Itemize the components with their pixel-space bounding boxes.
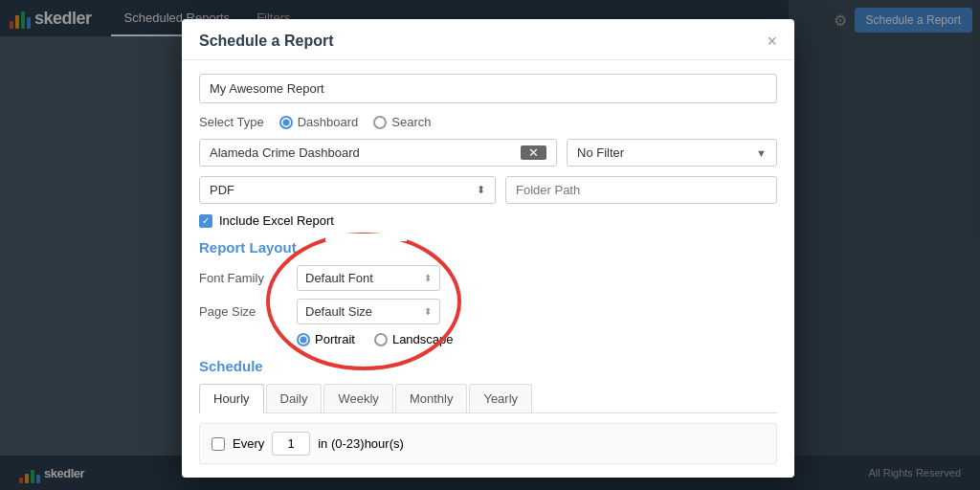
schedule-tabs: Hourly Daily Weekly Monthly Yearly [199,384,777,413]
schedule-tab-yearly[interactable]: Yearly [469,384,532,412]
every-value-input[interactable] [272,432,310,456]
modal-title: Schedule a Report [199,33,333,50]
page-size-value: Default Size [305,304,372,319]
folder-path-input[interactable] [505,176,777,204]
search-radio-label[interactable]: Search [373,115,431,129]
font-family-row: Font Family Default Font ⬍ [199,265,777,291]
font-family-select[interactable]: Default Font ⬍ [297,265,440,291]
orientation-row: Portrait Landscape [297,332,777,346]
format-value: PDF [210,183,234,197]
dashboard-clear-button[interactable]: ✕ [521,145,546,160]
landscape-radio[interactable] [374,333,388,346]
dashboard-radio-label[interactable]: Dashboard [279,115,359,129]
dashboard-select-value: Alameda Crime Dashboard [210,145,360,160]
hourly-section: Every in (0-23)hour(s) [199,423,777,464]
page-size-arrow-icon: ⬍ [424,306,432,317]
format-arrow-icon: ⬍ [477,184,485,196]
no-filter-arrow-icon: ▼ [756,147,767,159]
modal-close-button[interactable]: × [767,33,777,50]
font-family-value: Default Font [305,271,373,285]
select-type-row: Select Type Dashboard Search [199,115,777,129]
format-folder-row: PDF ⬍ [199,176,777,204]
portrait-label: Portrait [315,332,355,346]
page-size-label: Page Size [199,304,285,319]
search-radio-text: Search [391,115,431,129]
schedule-title: Schedule [199,358,777,374]
font-family-label: Font Family [199,271,285,285]
format-select[interactable]: PDF ⬍ [199,176,496,204]
schedule-tab-hourly[interactable]: Hourly [199,384,264,413]
report-layout-title: Report Layout [199,239,777,256]
no-filter-select[interactable]: No Filter ▼ [567,139,777,167]
page-size-select[interactable]: Default Size ⬍ [297,299,440,324]
modal-header: Schedule a Report × [182,19,794,60]
portrait-radio-label[interactable]: Portrait [297,332,355,346]
landscape-radio-label[interactable]: Landscape [374,332,454,346]
schedule-tab-daily[interactable]: Daily [266,384,323,412]
select-type-label: Select Type [199,115,264,129]
landscape-label: Landscape [392,332,454,346]
dashboard-radio-text: Dashboard [298,115,359,129]
schedule-report-modal: Schedule a Report × Select Type Dashboar… [182,19,794,478]
include-excel-checkbox[interactable]: ✓ [199,214,212,228]
include-excel-row: ✓ Include Excel Report [199,213,777,228]
page-size-row: Page Size Default Size ⬍ [199,299,777,324]
dashboard-radio[interactable] [279,116,293,129]
schedule-tab-monthly[interactable]: Monthly [395,384,468,412]
dashboard-select[interactable]: Alameda Crime Dashboard ✕ [199,139,557,167]
font-family-arrow-icon: ⬍ [424,273,432,283]
every-suffix: in (0-23)hour(s) [318,436,404,451]
no-filter-value: No Filter [577,145,624,160]
portrait-radio[interactable] [297,333,310,346]
every-label: Every [233,436,264,451]
dashboard-filter-row: Alameda Crime Dashboard ✕ No Filter ▼ [199,139,777,167]
modal-body: Select Type Dashboard Search Alameda Cri… [182,60,794,478]
schedule-tab-weekly[interactable]: Weekly [323,384,392,412]
report-name-input[interactable] [199,74,777,103]
every-checkbox[interactable] [212,437,225,451]
include-excel-label: Include Excel Report [219,213,334,228]
search-radio[interactable] [373,116,387,129]
